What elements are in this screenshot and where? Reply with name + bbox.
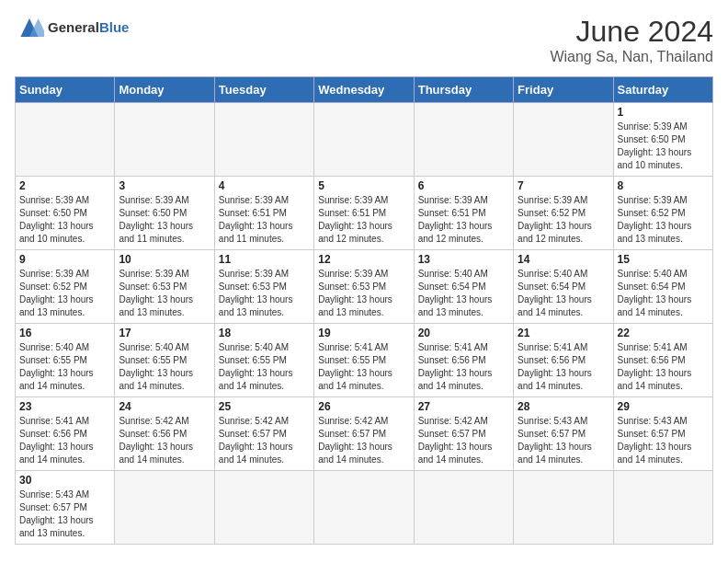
calendar-cell bbox=[115, 471, 214, 545]
day-info: Sunrise: 5:39 AM Sunset: 6:52 PM Dayligh… bbox=[19, 268, 110, 319]
day-info: Sunrise: 5:39 AM Sunset: 6:53 PM Dayligh… bbox=[219, 268, 310, 319]
day-info: Sunrise: 5:39 AM Sunset: 6:50 PM Dayligh… bbox=[119, 194, 210, 246]
calendar-cell: 26Sunrise: 5:42 AM Sunset: 6:57 PM Dayli… bbox=[314, 397, 414, 471]
calendar-cell bbox=[314, 103, 414, 177]
day-number: 14 bbox=[518, 253, 609, 266]
calendar-cell: 19Sunrise: 5:41 AM Sunset: 6:55 PM Dayli… bbox=[314, 324, 414, 397]
calendar-cell bbox=[514, 471, 613, 545]
day-info: Sunrise: 5:41 AM Sunset: 6:56 PM Dayligh… bbox=[518, 341, 609, 393]
calendar-cell: 6Sunrise: 5:39 AM Sunset: 6:51 PM Daylig… bbox=[414, 177, 513, 250]
calendar-cell: 13Sunrise: 5:40 AM Sunset: 6:54 PM Dayli… bbox=[414, 250, 513, 324]
day-number: 25 bbox=[219, 400, 310, 413]
day-header-monday: Monday bbox=[115, 77, 214, 103]
day-number: 23 bbox=[19, 400, 110, 413]
calendar-cell: 29Sunrise: 5:43 AM Sunset: 6:57 PM Dayli… bbox=[613, 397, 712, 471]
calendar-cell: 10Sunrise: 5:39 AM Sunset: 6:53 PM Dayli… bbox=[115, 250, 214, 324]
calendar-cell: 9Sunrise: 5:39 AM Sunset: 6:52 PM Daylig… bbox=[16, 250, 115, 324]
day-number: 21 bbox=[518, 327, 609, 339]
calendar-cell: 3Sunrise: 5:39 AM Sunset: 6:50 PM Daylig… bbox=[115, 177, 214, 250]
day-number: 5 bbox=[318, 179, 409, 192]
day-number: 2 bbox=[19, 179, 110, 192]
calendar-body: 1Sunrise: 5:39 AM Sunset: 6:50 PM Daylig… bbox=[16, 103, 713, 545]
day-info: Sunrise: 5:40 AM Sunset: 6:55 PM Dayligh… bbox=[19, 341, 110, 393]
calendar-cell bbox=[414, 471, 513, 545]
day-info: Sunrise: 5:41 AM Sunset: 6:55 PM Dayligh… bbox=[318, 341, 409, 393]
title-block: June 2024 Wiang Sa, Nan, Thailand bbox=[550, 15, 713, 65]
day-header-thursday: Thursday bbox=[414, 77, 513, 103]
day-info: Sunrise: 5:42 AM Sunset: 6:57 PM Dayligh… bbox=[318, 415, 409, 466]
day-number: 27 bbox=[418, 400, 509, 413]
day-number: 9 bbox=[19, 253, 110, 266]
day-header-sunday: Sunday bbox=[16, 77, 115, 103]
day-number: 13 bbox=[418, 253, 509, 266]
day-number: 22 bbox=[618, 327, 709, 339]
week-row-1: 1Sunrise: 5:39 AM Sunset: 6:50 PM Daylig… bbox=[16, 103, 713, 177]
day-info: Sunrise: 5:41 AM Sunset: 6:56 PM Dayligh… bbox=[418, 341, 509, 393]
calendar-cell: 7Sunrise: 5:39 AM Sunset: 6:52 PM Daylig… bbox=[514, 177, 613, 250]
calendar-cell: 11Sunrise: 5:39 AM Sunset: 6:53 PM Dayli… bbox=[214, 250, 313, 324]
calendar-subtitle: Wiang Sa, Nan, Thailand bbox=[550, 49, 713, 65]
calendar-cell: 4Sunrise: 5:39 AM Sunset: 6:51 PM Daylig… bbox=[214, 177, 313, 250]
day-number: 18 bbox=[219, 327, 310, 339]
calendar-cell bbox=[414, 103, 513, 177]
calendar-cell: 30Sunrise: 5:43 AM Sunset: 6:57 PM Dayli… bbox=[16, 471, 115, 545]
day-info: Sunrise: 5:43 AM Sunset: 6:57 PM Dayligh… bbox=[518, 415, 609, 466]
day-info: Sunrise: 5:39 AM Sunset: 6:51 PM Dayligh… bbox=[318, 194, 409, 246]
day-number: 28 bbox=[518, 400, 609, 413]
calendar-title: June 2024 bbox=[550, 15, 713, 49]
day-info: Sunrise: 5:41 AM Sunset: 6:56 PM Dayligh… bbox=[19, 415, 110, 466]
day-number: 24 bbox=[119, 400, 210, 413]
day-info: Sunrise: 5:42 AM Sunset: 6:57 PM Dayligh… bbox=[418, 415, 509, 466]
day-info: Sunrise: 5:39 AM Sunset: 6:51 PM Dayligh… bbox=[219, 194, 310, 246]
day-number: 4 bbox=[219, 179, 310, 192]
day-info: Sunrise: 5:40 AM Sunset: 6:54 PM Dayligh… bbox=[518, 268, 609, 319]
calendar-cell: 22Sunrise: 5:41 AM Sunset: 6:56 PM Dayli… bbox=[613, 324, 712, 397]
logo-blue: Blue bbox=[99, 19, 130, 35]
day-info: Sunrise: 5:39 AM Sunset: 6:53 PM Dayligh… bbox=[318, 268, 409, 319]
calendar-cell bbox=[314, 471, 414, 545]
calendar-cell: 24Sunrise: 5:42 AM Sunset: 6:56 PM Dayli… bbox=[115, 397, 214, 471]
calendar-cell bbox=[115, 103, 214, 177]
calendar-cell: 25Sunrise: 5:42 AM Sunset: 6:57 PM Dayli… bbox=[214, 397, 313, 471]
calendar-cell: 18Sunrise: 5:40 AM Sunset: 6:55 PM Dayli… bbox=[214, 324, 313, 397]
calendar-cell: 2Sunrise: 5:39 AM Sunset: 6:50 PM Daylig… bbox=[16, 177, 115, 250]
day-info: Sunrise: 5:42 AM Sunset: 6:56 PM Dayligh… bbox=[119, 415, 210, 466]
logo-general: General bbox=[48, 19, 99, 35]
calendar-cell: 27Sunrise: 5:42 AM Sunset: 6:57 PM Dayli… bbox=[414, 397, 513, 471]
calendar-cell bbox=[214, 471, 313, 545]
day-number: 11 bbox=[219, 253, 310, 266]
calendar-cell: 15Sunrise: 5:40 AM Sunset: 6:54 PM Dayli… bbox=[613, 250, 712, 324]
calendar-cell: 12Sunrise: 5:39 AM Sunset: 6:53 PM Dayli… bbox=[314, 250, 414, 324]
day-header-tuesday: Tuesday bbox=[214, 77, 313, 103]
day-number: 6 bbox=[418, 179, 509, 192]
week-row-6: 30Sunrise: 5:43 AM Sunset: 6:57 PM Dayli… bbox=[16, 471, 713, 545]
day-header-saturday: Saturday bbox=[613, 77, 712, 103]
week-row-5: 23Sunrise: 5:41 AM Sunset: 6:56 PM Dayli… bbox=[16, 397, 713, 471]
calendar-cell: 20Sunrise: 5:41 AM Sunset: 6:56 PM Dayli… bbox=[414, 324, 513, 397]
calendar-cell bbox=[16, 103, 115, 177]
day-info: Sunrise: 5:39 AM Sunset: 6:52 PM Dayligh… bbox=[618, 194, 709, 246]
day-number: 29 bbox=[618, 400, 709, 413]
calendar-cell bbox=[613, 471, 712, 545]
day-info: Sunrise: 5:43 AM Sunset: 6:57 PM Dayligh… bbox=[618, 415, 709, 466]
day-info: Sunrise: 5:39 AM Sunset: 6:51 PM Dayligh… bbox=[418, 194, 509, 246]
day-number: 19 bbox=[318, 327, 409, 339]
day-info: Sunrise: 5:42 AM Sunset: 6:57 PM Dayligh… bbox=[219, 415, 310, 466]
day-number: 16 bbox=[19, 327, 110, 339]
day-info: Sunrise: 5:40 AM Sunset: 6:55 PM Dayligh… bbox=[119, 341, 210, 393]
day-info: Sunrise: 5:41 AM Sunset: 6:56 PM Dayligh… bbox=[618, 341, 709, 393]
day-info: Sunrise: 5:39 AM Sunset: 6:50 PM Dayligh… bbox=[19, 194, 110, 246]
calendar-cell: 8Sunrise: 5:39 AM Sunset: 6:52 PM Daylig… bbox=[613, 177, 712, 250]
day-info: Sunrise: 5:40 AM Sunset: 6:54 PM Dayligh… bbox=[618, 268, 709, 319]
week-row-3: 9Sunrise: 5:39 AM Sunset: 6:52 PM Daylig… bbox=[16, 250, 713, 324]
day-number: 3 bbox=[119, 179, 210, 192]
page-header: GeneralBlue June 2024 Wiang Sa, Nan, Tha… bbox=[15, 15, 713, 65]
day-number: 30 bbox=[19, 474, 110, 487]
day-number: 12 bbox=[318, 253, 409, 266]
day-info: Sunrise: 5:40 AM Sunset: 6:54 PM Dayligh… bbox=[418, 268, 509, 319]
week-row-4: 16Sunrise: 5:40 AM Sunset: 6:55 PM Dayli… bbox=[16, 324, 713, 397]
calendar-cell: 23Sunrise: 5:41 AM Sunset: 6:56 PM Dayli… bbox=[16, 397, 115, 471]
logo-icon bbox=[15, 15, 44, 40]
logo: GeneralBlue bbox=[15, 15, 129, 40]
day-info: Sunrise: 5:40 AM Sunset: 6:55 PM Dayligh… bbox=[219, 341, 310, 393]
